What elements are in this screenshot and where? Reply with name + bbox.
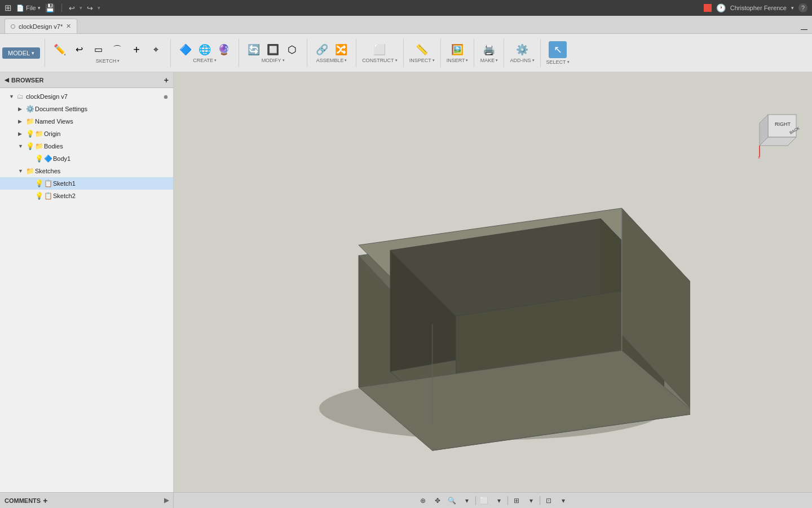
fillet-button[interactable]: 🔄 <box>245 43 263 56</box>
viewport[interactable]: RIGHT BACK x <box>174 72 812 492</box>
tab-bar: clockDesign v7* ✕ — <box>0 16 812 34</box>
origin-arrow-icon: ▶ <box>18 131 26 137</box>
toolbar-separator-2 <box>170 39 171 67</box>
construct-label: CONSTRUCT▾ <box>362 58 398 63</box>
comments-add-icon[interactable]: + <box>43 496 47 505</box>
root-extra: ⏺ <box>163 94 169 100</box>
sketch1-icon: 📋 <box>44 179 53 187</box>
tree-item-named-views[interactable]: ▶ 📁 Named Views <box>0 115 173 128</box>
insert-button[interactable]: 🖼️ <box>448 43 466 56</box>
file-icon: 📄 <box>16 5 24 12</box>
grid-arrow[interactable]: ▾ <box>525 495 537 506</box>
env-arrow[interactable]: ▾ <box>557 495 570 506</box>
browser-add-icon[interactable]: + <box>164 76 169 85</box>
revolve-icon: 🌐 <box>198 45 211 55</box>
app-grid-icon[interactable]: ⊞ <box>5 3 12 13</box>
plane-icon: ⬜ <box>373 45 386 55</box>
plane-button[interactable]: ⬜ <box>370 43 389 56</box>
insert-group: 🖼️ INSERT▾ <box>443 41 472 65</box>
line-button[interactable]: ▭ <box>89 43 107 56</box>
orbit-button[interactable]: ⊕ <box>417 495 429 506</box>
origin-folder-icon: 📁 <box>35 130 44 138</box>
undo-button[interactable]: ↩ <box>69 4 75 12</box>
3d-model <box>295 143 690 453</box>
measure-button[interactable]: 📏 <box>413 43 431 56</box>
named-views-folder-icon: 📁 <box>26 117 35 125</box>
sweep-button[interactable]: 🔮 <box>215 43 233 56</box>
select-button[interactable]: ↖ <box>549 41 567 58</box>
document-tab[interactable]: clockDesign v7* ✕ <box>5 19 77 33</box>
inspect-label: INSPECT▾ <box>409 58 435 63</box>
zoom-button[interactable]: 🔍 <box>446 495 458 506</box>
tree-item-sketch1[interactable]: ▶ 💡 📋 Sketch1 <box>0 177 173 190</box>
doc-settings-label: Document Settings <box>35 106 169 112</box>
extrude-button[interactable]: 🔷 <box>176 43 195 56</box>
undo-sketch-button[interactable]: ↩ <box>70 43 88 56</box>
addins-button[interactable]: ⚙️ <box>513 43 531 56</box>
tree-item-body1[interactable]: ▶ 💡 🔷 Body1 <box>0 152 173 165</box>
model-button[interactable]: MODEL ▾ <box>2 47 40 59</box>
origin-bulb-icon: 💡 <box>26 130 35 138</box>
gizmo[interactable]: RIGHT BACK x <box>757 109 807 160</box>
clock-icon[interactable]: 🕐 <box>716 3 726 12</box>
select-icon: ↖ <box>554 45 562 55</box>
tab-close-button[interactable]: ✕ <box>66 23 71 30</box>
toolbar-separator-1 <box>45 39 45 67</box>
user-arrow-icon[interactable]: ▾ <box>791 5 794 11</box>
align-button[interactable]: 🔀 <box>332 43 350 56</box>
modify-label: MODIFY▾ <box>262 58 285 63</box>
root-arrow-icon: ▼ <box>9 94 17 99</box>
sketch-label: SKETCH▾ <box>96 58 120 64</box>
redo-button[interactable]: ↪ <box>87 4 93 12</box>
display-mode-button[interactable]: ⬜ <box>478 495 491 506</box>
display-arrow[interactable]: ▾ <box>493 495 505 506</box>
zoom-arrow[interactable]: ▾ <box>461 495 473 506</box>
extrude-icon: 🔷 <box>179 45 192 55</box>
file-button[interactable]: 📄 File ▾ <box>16 5 41 12</box>
sketch-group: ✏️ ↩ ▭ ⌒ + ⌖ SKETCH▾ <box>47 40 168 66</box>
window-minimize[interactable]: — <box>801 25 807 33</box>
sketch2-icon: 📋 <box>44 192 53 200</box>
revolve-button[interactable]: 🌐 <box>196 43 214 56</box>
help-button[interactable]: ? <box>798 3 807 12</box>
plus-button[interactable]: + <box>127 42 145 57</box>
sketch2-bulb-icon: 💡 <box>35 192 44 200</box>
joint-button[interactable]: 🔗 <box>313 43 331 56</box>
arc-button[interactable]: ⌒ <box>108 43 126 56</box>
tree-item-document-settings[interactable]: ▶ ⚙️ Document Settings <box>0 103 173 115</box>
assemble-label: ASSEMBLE▾ <box>316 58 347 63</box>
modify-group: 🔄 🔲 ⬡ MODIFY▾ <box>241 41 304 65</box>
addins-group: ⚙️ ADD-INS▾ <box>506 41 537 65</box>
create-label: CREATE▾ <box>193 58 217 63</box>
sidebar: ◀ BROWSER + ▼ 🗂 clockDesign v7 ⏺ ▶ ⚙️ Do… <box>0 72 174 492</box>
tree-item-bodies[interactable]: ▼ 💡 📁 Bodies <box>0 140 173 152</box>
named-views-arrow-icon: ▶ <box>18 119 26 124</box>
combine-button[interactable]: ⬡ <box>283 43 301 56</box>
top-bar: ⊞ 📄 File ▾ 💾 ↩ ▾ ↪ ▾ 🕐 Christopher Feren… <box>0 0 812 16</box>
addins-icon: ⚙️ <box>516 45 528 55</box>
vp-sep-2 <box>508 496 508 505</box>
make-button[interactable]: 🖨️ <box>480 43 498 56</box>
pan-button[interactable]: ✥ <box>431 495 444 506</box>
tree-item-origin[interactable]: ▶ 💡 📁 Origin <box>0 128 173 140</box>
comments-panel: COMMENTS + ▶ <box>0 493 174 509</box>
undo-icon: ↩ <box>76 45 83 54</box>
construct-group: ⬜ CONSTRUCT▾ <box>359 41 401 65</box>
shell-icon: 🔲 <box>267 45 279 55</box>
record-button[interactable] <box>704 4 712 12</box>
body1-icon: 🔷 <box>44 155 53 163</box>
env-button[interactable]: ⊡ <box>542 495 555 506</box>
tree-root[interactable]: ▼ 🗂 clockDesign v7 ⏺ <box>0 90 173 103</box>
doc-settings-gear-icon: ⚙️ <box>26 105 35 113</box>
comments-expand-icon[interactable]: ▶ <box>164 497 169 504</box>
shell-button[interactable]: 🔲 <box>264 43 282 56</box>
tree-item-sketch2[interactable]: ▶ 💡 📋 Sketch2 <box>0 190 173 202</box>
grid-button[interactable]: ⊞ <box>510 495 523 506</box>
bodies-arrow-icon: ▼ <box>18 143 26 149</box>
save-icon[interactable]: 💾 <box>45 3 55 12</box>
constraint-button[interactable]: ⌖ <box>147 43 165 56</box>
make-icon: 🖨️ <box>483 45 495 55</box>
tree-item-sketches[interactable]: ▼ 📁 Sketches <box>0 165 173 177</box>
browser-collapse-icon[interactable]: ◀ <box>5 77 9 83</box>
sketch-button[interactable]: ✏️ <box>51 43 69 56</box>
